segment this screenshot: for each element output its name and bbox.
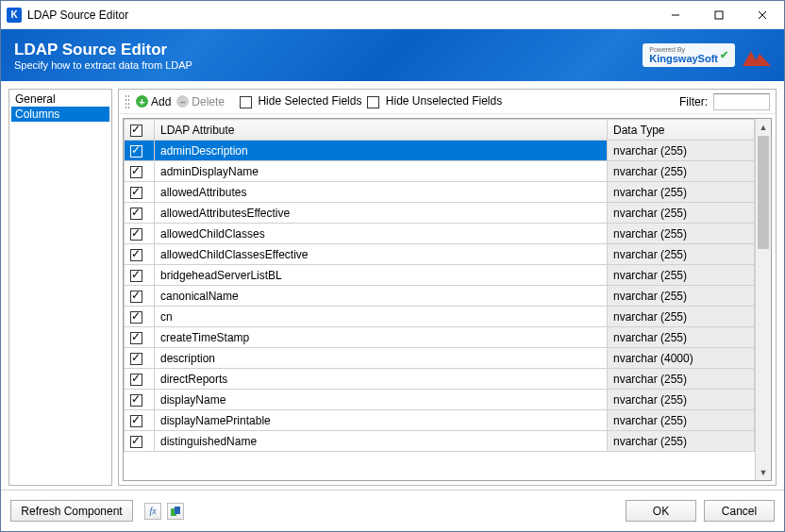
hide-unselected-toggle[interactable]: Hide Unselected Fields <box>367 94 502 108</box>
row-checkbox[interactable] <box>130 394 142 407</box>
attr-cell[interactable]: createTimeStamp <box>155 327 608 348</box>
attr-cell[interactable]: directReports <box>155 369 608 390</box>
row-checkbox[interactable] <box>130 374 142 386</box>
scroll-down-icon[interactable]: ▼ <box>756 464 771 480</box>
header-type[interactable]: Data Type <box>608 120 755 141</box>
attr-cell[interactable]: canonicalName <box>155 286 608 307</box>
header-checkbox-cell[interactable] <box>125 120 155 141</box>
row-checkbox[interactable] <box>130 353 142 365</box>
hide-selected-checkbox[interactable] <box>240 96 252 108</box>
row-checkbox-cell[interactable] <box>125 182 155 203</box>
row-checkbox[interactable] <box>130 270 142 282</box>
row-checkbox-cell[interactable] <box>125 431 155 452</box>
type-cell[interactable]: nvarchar (255) <box>608 286 755 307</box>
filter-input[interactable] <box>713 93 770 110</box>
row-checkbox[interactable] <box>130 415 142 427</box>
table-row[interactable]: allowedChildClassesEffectivenvarchar (25… <box>125 244 755 265</box>
sidebar-item-general[interactable]: General <box>11 91 109 107</box>
table-row[interactable]: allowedAttributesEffectivenvarchar (255) <box>125 203 755 224</box>
row-checkbox[interactable] <box>130 249 142 261</box>
table-row[interactable]: adminDescriptionnvarchar (255) <box>125 141 755 161</box>
row-checkbox-cell[interactable] <box>125 390 155 410</box>
close-button[interactable] <box>741 1 784 28</box>
type-cell[interactable]: nvarchar (255) <box>608 224 755 244</box>
type-cell[interactable]: nvarchar (255) <box>608 307 755 327</box>
table-row[interactable]: createTimeStampnvarchar (255) <box>125 327 755 348</box>
add-button[interactable]: + Add <box>136 95 171 108</box>
row-checkbox-cell[interactable] <box>125 141 155 161</box>
row-checkbox-cell[interactable] <box>125 224 155 244</box>
row-checkbox[interactable] <box>130 311 142 324</box>
expression-editor-button[interactable]: fx <box>144 503 161 520</box>
attr-cell[interactable]: distinguishedName <box>155 431 608 452</box>
row-checkbox-cell[interactable] <box>125 265 155 286</box>
attr-cell[interactable]: allowedAttributes <box>155 182 608 203</box>
refresh-component-button[interactable]: Refresh Component <box>10 500 133 522</box>
cancel-button[interactable]: Cancel <box>704 500 775 522</box>
ok-button[interactable]: OK <box>626 500 696 522</box>
sidebar-item-columns[interactable]: Columns <box>11 107 109 122</box>
row-checkbox[interactable] <box>130 436 142 448</box>
type-cell[interactable]: nvarchar (255) <box>608 369 755 390</box>
type-cell[interactable]: nvarchar (255) <box>608 390 755 410</box>
variable-editor-button[interactable] <box>167 503 184 520</box>
attr-cell[interactable]: displayNamePrintable <box>155 410 608 431</box>
row-checkbox[interactable] <box>130 332 142 344</box>
scroll-up-icon[interactable]: ▲ <box>756 119 771 135</box>
attr-cell[interactable]: allowedAttributesEffective <box>155 203 608 224</box>
type-cell[interactable]: nvarchar (255) <box>608 161 755 182</box>
row-checkbox-cell[interactable] <box>125 410 155 431</box>
row-checkbox-cell[interactable] <box>125 348 155 369</box>
row-checkbox[interactable] <box>130 228 142 241</box>
type-cell[interactable]: nvarchar (255) <box>608 410 755 431</box>
hide-selected-toggle[interactable]: Hide Selected Fields <box>240 94 361 108</box>
attr-cell[interactable]: allowedChildClassesEffective <box>155 244 608 265</box>
row-checkbox-cell[interactable] <box>125 369 155 390</box>
type-cell[interactable]: nvarchar (255) <box>608 327 755 348</box>
attributes-grid[interactable]: LDAP Attribute Data Type adminDescriptio… <box>124 119 755 480</box>
attr-cell[interactable]: adminDisplayName <box>155 161 608 182</box>
row-checkbox[interactable] <box>130 145 142 158</box>
attr-cell[interactable]: allowedChildClasses <box>155 224 608 244</box>
table-row[interactable]: directReportsnvarchar (255) <box>125 369 755 390</box>
attr-cell[interactable]: cn <box>155 307 608 327</box>
type-cell[interactable]: nvarchar (255) <box>608 203 755 224</box>
table-row[interactable]: allowedAttributesnvarchar (255) <box>125 182 755 203</box>
type-cell[interactable]: nvarchar (4000) <box>608 348 755 369</box>
table-row[interactable]: bridgeheadServerListBLnvarchar (255) <box>125 265 755 286</box>
attr-cell[interactable]: adminDescription <box>155 141 608 161</box>
maximize-button[interactable] <box>697 1 741 28</box>
row-checkbox-cell[interactable] <box>125 286 155 307</box>
minimize-button[interactable] <box>654 1 697 28</box>
row-checkbox-cell[interactable] <box>125 244 155 265</box>
table-row[interactable]: adminDisplayNamenvarchar (255) <box>125 161 755 182</box>
table-row[interactable]: allowedChildClassesnvarchar (255) <box>125 224 755 244</box>
attr-cell[interactable]: description <box>155 348 608 369</box>
table-row[interactable]: cnnvarchar (255) <box>125 307 755 327</box>
type-cell[interactable]: nvarchar (255) <box>608 182 755 203</box>
row-checkbox-cell[interactable] <box>125 203 155 224</box>
scroll-thumb[interactable] <box>758 136 769 249</box>
vertical-scrollbar[interactable]: ▲ ▼ <box>755 119 771 480</box>
delete-button[interactable]: – Delete <box>176 95 225 108</box>
table-row[interactable]: displayNamenvarchar (255) <box>125 390 755 410</box>
table-row[interactable]: descriptionnvarchar (4000) <box>125 348 755 369</box>
type-cell[interactable]: nvarchar (255) <box>608 141 755 161</box>
row-checkbox-cell[interactable] <box>125 327 155 348</box>
row-checkbox[interactable] <box>130 166 142 178</box>
header-checkbox[interactable] <box>130 125 142 137</box>
attr-cell[interactable]: bridgeheadServerListBL <box>155 265 608 286</box>
attr-cell[interactable]: displayName <box>155 390 608 410</box>
row-checkbox-cell[interactable] <box>125 161 155 182</box>
table-row[interactable]: displayNamePrintablenvarchar (255) <box>125 410 755 431</box>
header-attr[interactable]: LDAP Attribute <box>155 120 608 141</box>
row-checkbox[interactable] <box>130 291 142 303</box>
row-checkbox-cell[interactable] <box>125 307 155 327</box>
row-checkbox[interactable] <box>130 187 142 199</box>
row-checkbox[interactable] <box>130 208 142 220</box>
table-row[interactable]: canonicalNamenvarchar (255) <box>125 286 755 307</box>
type-cell[interactable]: nvarchar (255) <box>608 431 755 452</box>
table-row[interactable]: distinguishedNamenvarchar (255) <box>125 431 755 452</box>
type-cell[interactable]: nvarchar (255) <box>608 265 755 286</box>
type-cell[interactable]: nvarchar (255) <box>608 244 755 265</box>
